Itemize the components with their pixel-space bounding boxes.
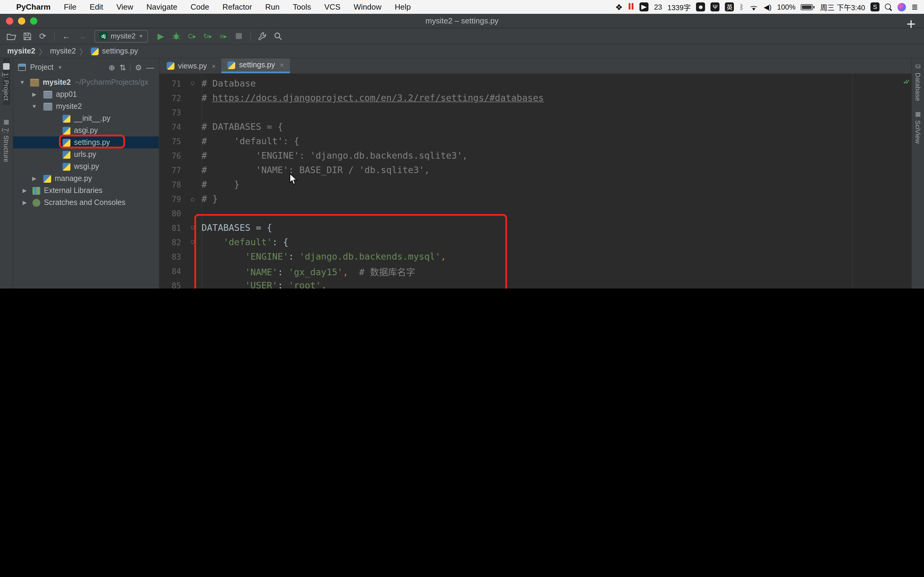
collapse-all-icon[interactable]: ⇅ [120,63,126,72]
chevron-collapsed-icon[interactable]: ▶ [31,91,37,97]
parallels-pause-icon[interactable] [628,3,634,11]
volume-icon[interactable]: ◀) [764,3,772,11]
tree-item-mysite2[interactable]: ▼mysite2~/PycharmProjects/gx [13,76,159,89]
spotlight-icon[interactable] [885,3,892,11]
sogou-icon[interactable]: S [871,2,879,11]
run-button[interactable]: ▶ [154,29,168,43]
control-center-icon[interactable]: ≣ [911,2,918,11]
tab-views.py[interactable]: views.py× [161,58,222,73]
fold-marker[interactable]: ⌂ [184,195,202,203]
bluetooth-icon[interactable]: ᛒ [740,3,744,11]
menu-item-run[interactable]: Run [258,2,286,11]
tree-item-manage-py[interactable]: ▶manage.py [13,172,159,185]
menu-item-file[interactable]: File [57,2,83,11]
menu-item-refactor[interactable]: Refactor [216,2,258,11]
tool-button-sciview[interactable]: ▦SciView [914,106,922,148]
tab-settings.py[interactable]: settings.py× [222,58,290,73]
menubar-clock[interactable]: 周三 下午3:40 [820,2,865,12]
code-text: # https://docs.djangoproject.com/en/3.2/… [202,93,544,103]
back-icon[interactable]: ← [60,29,73,43]
menu-item-tools[interactable]: Tools [286,2,318,11]
save-all-icon[interactable] [21,29,34,43]
ime-indicator[interactable]: 英 [725,2,734,11]
tree-item-app01[interactable]: ▶app01 [13,89,159,100]
code-line-82: 82⌂ 'default': { [160,235,911,250]
code-text: 'ENGINE': 'django.db.backends.mysql', [202,251,446,262]
tree-item-mysite2[interactable]: ▼mysite2 [13,100,159,113]
stop-button[interactable] [233,29,246,43]
search-everywhere-icon[interactable] [271,29,285,43]
mouse-cursor [289,173,298,185]
chevron-expanded-icon[interactable]: ▼ [19,79,25,85]
django-config-icon: dj [99,32,108,40]
chevron-collapsed-icon[interactable]: ▶ [22,200,27,206]
tree-item-External-Libraries[interactable]: ▶External Libraries [13,185,159,197]
sync-icon[interactable]: ⟳ [36,29,49,43]
close-tab-icon[interactable]: × [280,61,284,69]
menu-item-vcs[interactable]: VCS [318,2,347,11]
tree-item-Scratches-and-Consoles[interactable]: ▶Scratches and Consoles [13,197,159,209]
python-file-icon [166,62,174,70]
cluster-icon[interactable]: ❖ [615,2,623,12]
siri-icon[interactable] [898,3,906,11]
menu-item-navigate[interactable]: Navigate [140,2,184,11]
forward-icon[interactable]: → [75,29,89,43]
tree-item-__init__-py[interactable]: __init__.py [13,113,159,124]
line-number: 74 [160,122,184,131]
tree-item-label: app01 [56,90,77,98]
fold-marker[interactable]: ⌂ [184,238,202,246]
breadcrumb-item-settings.py[interactable]: settings.py [102,47,138,55]
profile-button[interactable]: ↻▸ [201,29,215,43]
mic-icon[interactable]: Ψ [711,2,720,11]
code-text: DATABASES = { [202,222,272,233]
tree-item-urls-py[interactable]: urls.py [13,148,159,161]
chevron-collapsed-icon[interactable]: ▶ [31,176,37,182]
wrench-icon[interactable] [256,29,269,43]
minimize-window-button[interactable] [18,17,25,24]
run-with-coverage-button[interactable]: C▸ [186,29,199,43]
code-area[interactable]: 71⌂# Database72# https://docs.djangoproj… [160,74,911,288]
code-line-76: 76# 'ENGINE': 'django.db.backends.sqlite… [160,148,911,163]
menu-item-pycharm[interactable]: PyCharm [10,2,57,11]
concurrency-button[interactable]: ≡▸ [217,29,230,43]
close-tab-icon[interactable]: × [212,62,216,69]
tree-item-settings-py[interactable]: settings.py [13,137,159,148]
project-panel-title[interactable]: Project [30,63,53,71]
tree-item-label: wsgi.py [74,162,99,171]
fold-marker[interactable]: ⌂ [184,224,202,232]
chevron-expanded-icon[interactable]: ▼ [31,103,37,110]
close-window-button[interactable] [6,17,13,24]
plus-overlay-icon: + [906,16,916,32]
dingtalk-bird-icon[interactable] [640,2,648,11]
folder-icon [30,79,39,86]
menu-item-edit[interactable]: Edit [83,2,110,11]
emoji-app-icon[interactable]: ☻ [696,2,705,11]
debug-button[interactable] [170,29,183,43]
locate-file-icon[interactable]: ⊕ [108,63,115,72]
menu-item-code[interactable]: Code [184,2,216,11]
zoom-window-button[interactable] [30,17,37,24]
menu-item-help[interactable]: Help [388,2,417,11]
menu-item-view[interactable]: View [110,2,140,11]
tree-item-wsgi-py[interactable]: wsgi.py [13,161,159,172]
run-configuration-selector[interactable]: dj mysite2 ▼ [94,30,148,42]
breadcrumb-item-mysite2[interactable]: mysite2 [7,47,35,55]
inspections-ok-icon[interactable]: ✓✓ [903,77,908,86]
gear-icon[interactable]: ⚙ [135,63,142,72]
chevron-collapsed-icon[interactable]: ▶ [22,187,27,193]
open-folder-icon[interactable] [5,29,18,43]
menubar-badge-count: 23 [654,3,662,11]
menu-item-window[interactable]: Window [347,2,388,11]
fold-marker[interactable]: ⌂ [184,80,202,87]
breadcrumb-item-mysite2[interactable]: mysite2 [50,47,76,55]
line-number: 81 [160,223,184,232]
tool-button-database[interactable]: ⛁Database [914,58,922,106]
wifi-icon[interactable] [749,3,758,10]
python-file-icon [228,61,236,69]
py-icon [63,127,70,134]
hide-panel-icon[interactable]: — [146,63,154,72]
tool-button-structure[interactable]: ▦ 7: Structure [3,114,10,168]
tool-button-project[interactable]: 1: Project [3,58,10,105]
code-text: # 'NAME': BASE_DIR / 'db.sqlite3', [202,165,430,176]
tree-item-asgi-py[interactable]: asgi.py [13,124,159,137]
